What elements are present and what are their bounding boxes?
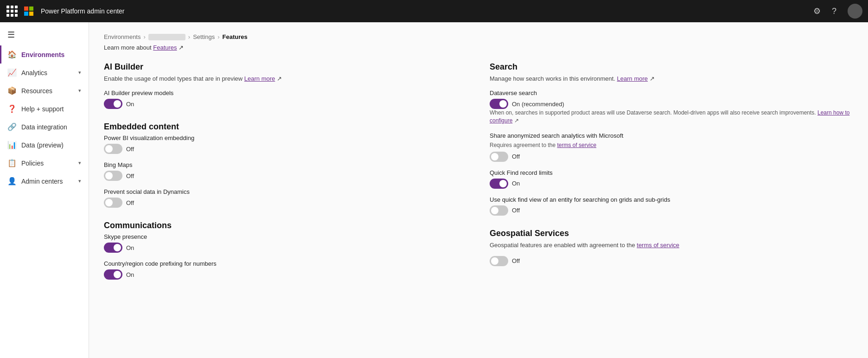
embedded-content-title: Embedded content xyxy=(104,122,467,132)
help-icon[interactable]: ? xyxy=(832,6,836,16)
bing-maps-label: Bing Maps xyxy=(104,161,467,168)
ai-builder-preview-toggle[interactable] xyxy=(104,99,122,109)
ai-builder-title: AI Builder xyxy=(104,62,467,72)
settings-icon[interactable]: ⚙ xyxy=(813,6,821,16)
dataverse-search-toggle-row: Dataverse search On (recommended) When o… xyxy=(490,90,853,125)
share-anon-toggle-row: Share anonymized search analytics with M… xyxy=(490,132,853,162)
share-anon-sub: Requires agreement to the terms of servi… xyxy=(490,141,853,149)
share-anon-toggle[interactable] xyxy=(490,152,508,162)
breadcrumb-env-name xyxy=(148,34,185,40)
prevent-social-label: Prevent social data in Dynamics xyxy=(104,188,467,195)
sidebar: ☰ 🏠 Environments 📈 Analytics ▾ 📦 Resourc… xyxy=(0,22,89,358)
sidebar-item-data-integration-label: Data integration xyxy=(21,123,67,131)
quick-find-limits-toggle-row: Quick Find record limits On xyxy=(490,169,853,189)
ai-builder-section: AI Builder Enable the usage of model typ… xyxy=(104,62,467,109)
dataverse-search-status: On (recommended) xyxy=(512,101,564,108)
dataverse-search-toggle[interactable] xyxy=(490,99,508,109)
policies-chevron: ▾ xyxy=(78,160,81,166)
data-integration-icon: 🔗 xyxy=(7,122,17,131)
quick-find-limits-status: On xyxy=(512,180,520,187)
app-title: Power Platform admin center xyxy=(41,7,125,15)
bing-maps-toggle[interactable] xyxy=(104,171,122,181)
analytics-chevron: ▾ xyxy=(78,70,81,76)
quick-find-view-toggle[interactable] xyxy=(490,205,508,216)
sidebar-item-resources[interactable]: 📦 Resources ▾ xyxy=(0,82,89,100)
geospatial-desc: Geospatial features are enabled with agr… xyxy=(490,241,853,249)
breadcrumb-current: Features xyxy=(223,33,248,40)
left-column: AI Builder Enable the usage of model typ… xyxy=(104,62,467,293)
admin-centers-chevron: ▾ xyxy=(78,178,81,184)
features-grid: AI Builder Enable the usage of model typ… xyxy=(104,62,853,293)
sidebar-item-data-preview[interactable]: 📊 Data (preview) xyxy=(0,136,89,154)
power-bi-status: Off xyxy=(126,146,134,153)
sidebar-item-environments-label: Environments xyxy=(21,51,64,58)
geospatial-section: Geospatial Services Geospatial features … xyxy=(490,229,853,266)
layout: ☰ 🏠 Environments 📈 Analytics ▾ 📦 Resourc… xyxy=(0,22,868,358)
geospatial-title: Geospatial Services xyxy=(490,229,853,238)
topbar: Power Platform admin center ⚙ ? xyxy=(0,0,868,22)
skype-toggle-row: Skype presence On xyxy=(104,233,467,253)
prevent-social-toggle[interactable] xyxy=(104,198,122,208)
quick-find-limits-toggle-control: On xyxy=(490,179,853,189)
quick-find-limits-label: Quick Find record limits xyxy=(490,169,853,176)
share-anon-tos-link[interactable]: terms of service xyxy=(557,142,596,148)
share-anon-toggle-control: Off xyxy=(490,152,853,162)
sidebar-item-environments[interactable]: 🏠 Environments xyxy=(0,45,89,64)
apps-icon[interactable] xyxy=(6,5,19,18)
search-title: Search xyxy=(490,62,853,72)
quick-find-limits-toggle[interactable] xyxy=(490,179,508,189)
dataverse-search-toggle-control: On (recommended) xyxy=(490,99,853,109)
hamburger-button[interactable]: ☰ xyxy=(0,26,89,44)
communications-title: Communications xyxy=(104,221,467,230)
breadcrumb: Environments › › Settings › Features xyxy=(104,33,853,40)
sidebar-item-help-support[interactable]: ❓ Help + support xyxy=(0,100,89,118)
bing-maps-toggle-control: Off xyxy=(104,171,467,181)
power-bi-toggle-row: Power BI visualization embedding Off xyxy=(104,134,467,154)
country-code-toggle[interactable] xyxy=(104,269,122,280)
ai-builder-toggle-control: On xyxy=(104,99,467,109)
resources-icon: 📦 xyxy=(7,86,17,95)
skype-presence-label: Skype presence xyxy=(104,233,467,240)
dataverse-search-label: Dataverse search xyxy=(490,90,853,96)
power-bi-embed-toggle[interactable] xyxy=(104,144,122,154)
main-content: Environments › › Settings › Features Lea… xyxy=(89,22,868,358)
geospatial-toggle-control: Off xyxy=(490,256,853,266)
ai-builder-learn-more-link[interactable]: Learn more xyxy=(244,75,275,82)
ai-builder-preview-status: On xyxy=(126,101,134,108)
prevent-social-toggle-row: Prevent social data in Dynamics Off xyxy=(104,188,467,208)
sidebar-item-policies-label: Policies xyxy=(21,160,44,167)
power-bi-label: Power BI visualization embedding xyxy=(104,134,467,141)
sidebar-item-analytics[interactable]: 📈 Analytics ▾ xyxy=(0,64,89,82)
ai-builder-toggle-row: AI Builder preview models On xyxy=(104,90,467,109)
features-learn-more-link[interactable]: Features xyxy=(153,44,177,51)
bing-maps-toggle-row: Bing Maps Off xyxy=(104,161,467,181)
breadcrumb-settings[interactable]: Settings xyxy=(193,33,215,40)
sidebar-item-admin-centers[interactable]: 👤 Admin centers ▾ xyxy=(0,172,89,190)
embedded-content-section: Embedded content Power BI visualization … xyxy=(104,122,467,208)
share-anon-status: Off xyxy=(512,153,520,160)
dataverse-search-sub: When on, searches in supported product a… xyxy=(490,109,853,125)
learn-more-bar: Learn more about Features ↗ xyxy=(104,44,853,51)
policies-icon: 📋 xyxy=(7,159,17,167)
country-code-toggle-control: On xyxy=(104,269,467,280)
geospatial-toggle[interactable] xyxy=(490,256,508,266)
resources-chevron: ▾ xyxy=(78,88,81,94)
skype-status: On xyxy=(126,244,134,251)
geospatial-status: Off xyxy=(512,257,520,264)
country-code-toggle-row: Country/region code prefixing for number… xyxy=(104,260,467,280)
right-column: Search Manage how search works in this e… xyxy=(490,62,853,293)
communications-section: Communications Skype presence On Country… xyxy=(104,221,467,280)
search-section: Search Manage how search works in this e… xyxy=(490,62,853,216)
search-learn-more-link[interactable]: Learn more xyxy=(617,75,648,82)
user-avatar[interactable] xyxy=(848,4,862,19)
analytics-icon: 📈 xyxy=(7,68,17,77)
breadcrumb-environments[interactable]: Environments xyxy=(104,33,140,40)
power-bi-toggle-control: Off xyxy=(104,144,467,154)
skype-presence-toggle[interactable] xyxy=(104,243,122,253)
sidebar-item-data-integration[interactable]: 🔗 Data integration xyxy=(0,118,89,136)
admin-centers-icon: 👤 xyxy=(7,177,17,185)
geospatial-tos-link[interactable]: terms of service xyxy=(637,242,679,249)
sidebar-item-analytics-label: Analytics xyxy=(21,69,47,77)
ai-builder-desc: Enable the usage of model types that are… xyxy=(104,75,467,83)
sidebar-item-policies[interactable]: 📋 Policies ▾ xyxy=(0,154,89,172)
